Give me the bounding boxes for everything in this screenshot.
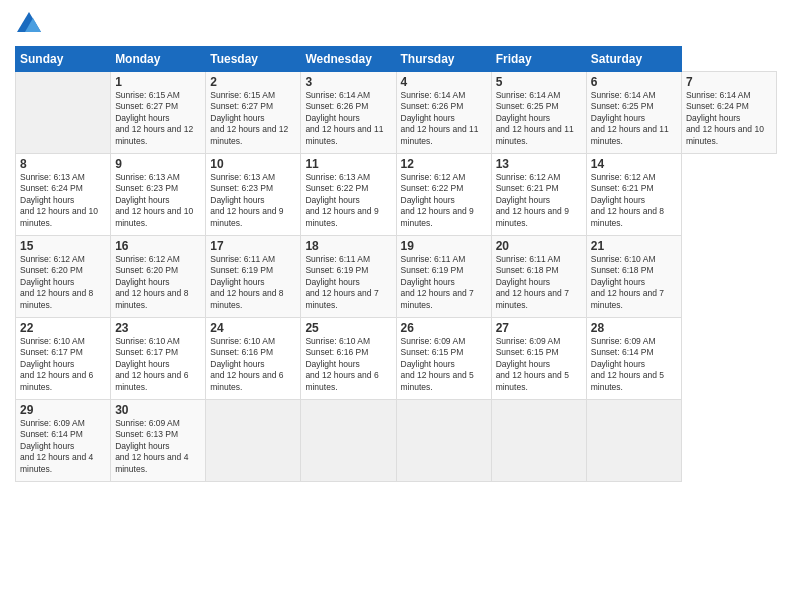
col-header-sunday: Sunday: [16, 47, 111, 72]
cell-0-0: [16, 72, 111, 154]
logo-icon: [15, 10, 43, 38]
col-header-tuesday: Tuesday: [206, 47, 301, 72]
cell-2-3: 18 Sunrise: 6:11 AMSunset: 6:19 PMDaylig…: [301, 236, 396, 318]
header: [15, 10, 777, 38]
page: SundayMondayTuesdayWednesdayThursdayFrid…: [0, 0, 792, 612]
cell-3-3: 25 Sunrise: 6:10 AMSunset: 6:16 PMDaylig…: [301, 318, 396, 400]
cell-3-5: 27 Sunrise: 6:09 AMSunset: 6:15 PMDaylig…: [491, 318, 586, 400]
week-row-0: 1 Sunrise: 6:15 AMSunset: 6:27 PMDayligh…: [16, 72, 777, 154]
cell-1-1: 9 Sunrise: 6:13 AMSunset: 6:23 PMDayligh…: [111, 154, 206, 236]
cell-2-6: 21 Sunrise: 6:10 AMSunset: 6:18 PMDaylig…: [586, 236, 681, 318]
cell-3-6: 28 Sunrise: 6:09 AMSunset: 6:14 PMDaylig…: [586, 318, 681, 400]
cell-0-2: 2 Sunrise: 6:15 AMSunset: 6:27 PMDayligh…: [206, 72, 301, 154]
cell-3-1: 23 Sunrise: 6:10 AMSunset: 6:17 PMDaylig…: [111, 318, 206, 400]
col-header-thursday: Thursday: [396, 47, 491, 72]
cell-0-6: 6 Sunrise: 6:14 AMSunset: 6:25 PMDayligh…: [586, 72, 681, 154]
cell-2-1: 16 Sunrise: 6:12 AMSunset: 6:20 PMDaylig…: [111, 236, 206, 318]
week-row-2: 15 Sunrise: 6:12 AMSunset: 6:20 PMDaylig…: [16, 236, 777, 318]
cell-4-6: [586, 400, 681, 482]
col-header-monday: Monday: [111, 47, 206, 72]
cell-1-3: 11 Sunrise: 6:13 AMSunset: 6:22 PMDaylig…: [301, 154, 396, 236]
cell-0-1: 1 Sunrise: 6:15 AMSunset: 6:27 PMDayligh…: [111, 72, 206, 154]
cell-3-2: 24 Sunrise: 6:10 AMSunset: 6:16 PMDaylig…: [206, 318, 301, 400]
cell-4-1: 30 Sunrise: 6:09 AMSunset: 6:13 PMDaylig…: [111, 400, 206, 482]
week-row-1: 8 Sunrise: 6:13 AMSunset: 6:24 PMDayligh…: [16, 154, 777, 236]
cell-4-5: [491, 400, 586, 482]
logo: [15, 10, 47, 38]
cell-0-4: 4 Sunrise: 6:14 AMSunset: 6:26 PMDayligh…: [396, 72, 491, 154]
col-header-wednesday: Wednesday: [301, 47, 396, 72]
cell-1-6: 14 Sunrise: 6:12 AMSunset: 6:21 PMDaylig…: [586, 154, 681, 236]
cell-2-4: 19 Sunrise: 6:11 AMSunset: 6:19 PMDaylig…: [396, 236, 491, 318]
cell-1-0: 8 Sunrise: 6:13 AMSunset: 6:24 PMDayligh…: [16, 154, 111, 236]
cell-1-2: 10 Sunrise: 6:13 AMSunset: 6:23 PMDaylig…: [206, 154, 301, 236]
cell-4-2: [206, 400, 301, 482]
cell-2-0: 15 Sunrise: 6:12 AMSunset: 6:20 PMDaylig…: [16, 236, 111, 318]
cell-3-0: 22 Sunrise: 6:10 AMSunset: 6:17 PMDaylig…: [16, 318, 111, 400]
week-row-4: 29 Sunrise: 6:09 AMSunset: 6:14 PMDaylig…: [16, 400, 777, 482]
cell-1-5: 13 Sunrise: 6:12 AMSunset: 6:21 PMDaylig…: [491, 154, 586, 236]
cell-4-0: 29 Sunrise: 6:09 AMSunset: 6:14 PMDaylig…: [16, 400, 111, 482]
cell-4-3: [301, 400, 396, 482]
cell-0-3: 3 Sunrise: 6:14 AMSunset: 6:26 PMDayligh…: [301, 72, 396, 154]
cell-0-7: 7 Sunrise: 6:14 AMSunset: 6:24 PMDayligh…: [681, 72, 776, 154]
cell-4-4: [396, 400, 491, 482]
cell-3-4: 26 Sunrise: 6:09 AMSunset: 6:15 PMDaylig…: [396, 318, 491, 400]
calendar-table: SundayMondayTuesdayWednesdayThursdayFrid…: [15, 46, 777, 482]
cell-2-5: 20 Sunrise: 6:11 AMSunset: 6:18 PMDaylig…: [491, 236, 586, 318]
calendar-header-row: SundayMondayTuesdayWednesdayThursdayFrid…: [16, 47, 777, 72]
cell-2-2: 17 Sunrise: 6:11 AMSunset: 6:19 PMDaylig…: [206, 236, 301, 318]
col-header-saturday: Saturday: [586, 47, 681, 72]
cell-0-5: 5 Sunrise: 6:14 AMSunset: 6:25 PMDayligh…: [491, 72, 586, 154]
cell-1-4: 12 Sunrise: 6:12 AMSunset: 6:22 PMDaylig…: [396, 154, 491, 236]
col-header-friday: Friday: [491, 47, 586, 72]
week-row-3: 22 Sunrise: 6:10 AMSunset: 6:17 PMDaylig…: [16, 318, 777, 400]
calendar-body: 1 Sunrise: 6:15 AMSunset: 6:27 PMDayligh…: [16, 72, 777, 482]
